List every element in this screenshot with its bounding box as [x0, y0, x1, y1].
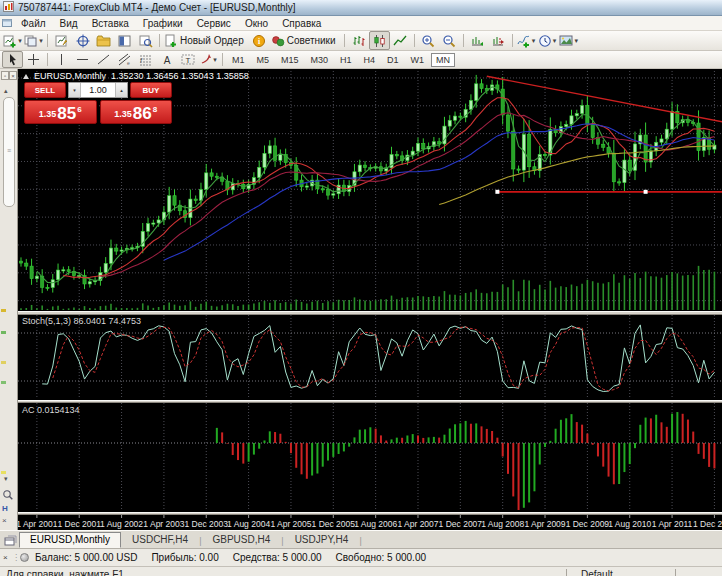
label-button[interactable]: T	[177, 51, 198, 68]
terminal-status-bar: × ⋮ Баланс: 5 000.00 USD Прибыль: 0.00 С…	[0, 548, 722, 566]
profiles-button[interactable]: ▾	[23, 31, 44, 50]
tf-w1-button[interactable]: W1	[406, 53, 430, 67]
svg-text:1 Aug 2010: 1 Aug 2010	[608, 519, 651, 529]
terminal-close-icon[interactable]: ×	[3, 553, 12, 562]
data-window-button[interactable]	[72, 31, 93, 50]
buy-button[interactable]: BUY	[130, 82, 172, 98]
buy-price-point: 8	[153, 106, 157, 114]
zoom-in-button[interactable]	[418, 31, 439, 50]
line-chart-mode-button[interactable]	[390, 31, 411, 50]
tf-d1-button[interactable]: D1	[382, 53, 404, 67]
chart-ohlc-values: 1.35230 1.36456 1.35043 1.35858	[111, 71, 249, 81]
tab-gbpusd-h4[interactable]: GBPUSD,H4	[202, 532, 282, 548]
menu-insert[interactable]: Вставка	[85, 18, 136, 29]
dock-close-icon[interactable]: ×	[9, 71, 17, 80]
menu-service[interactable]: Сервис	[190, 18, 238, 29]
chart-symbol: EURUSD,Monthly	[34, 71, 106, 81]
sell-button[interactable]: SELL	[24, 82, 66, 98]
one-click-trading-widget: SELL ▾ 1.00 ▴ BUY 1.35 85 6 1.35	[24, 82, 172, 124]
menu-charts[interactable]: Графики	[136, 18, 190, 29]
new-chart-button[interactable]: ▾	[2, 31, 23, 50]
buy-price-pips: 86	[133, 106, 152, 121]
dock-window-icon[interactable]: H	[2, 505, 8, 513]
templates-button[interactable]: ▾	[558, 31, 580, 50]
svg-text:1 Aug 2008: 1 Aug 2008	[481, 519, 524, 529]
tf-m5-button[interactable]: M5	[252, 53, 275, 67]
navigator-button[interactable]	[93, 31, 114, 50]
buy-price-button[interactable]: 1.35 86 8	[100, 100, 173, 124]
menu-help[interactable]: Справка	[275, 18, 328, 29]
tab-usdjpy-h4[interactable]: USDJPY,H4	[284, 532, 360, 548]
cursor-button[interactable]	[2, 51, 23, 68]
autoscroll-button[interactable]	[467, 31, 488, 50]
toolbar-separator	[344, 34, 345, 47]
tf-m30-button[interactable]: M30	[306, 53, 334, 67]
menu-file[interactable]: Файл	[14, 18, 53, 29]
new-order-button[interactable]: Новый Ордер	[163, 31, 249, 50]
chart-canvas[interactable]: 1 Apr 20011 Dec 20011 Aug 20021 Apr 2003…	[18, 69, 722, 530]
sell-price-prefix: 1.35	[39, 108, 57, 121]
terminal-button[interactable]	[114, 31, 135, 50]
sell-price-button[interactable]: 1.35 85 6	[24, 100, 97, 124]
periods-button[interactable]: ▾	[537, 31, 558, 50]
chart-shift-button[interactable]	[488, 31, 509, 50]
bar-chart-mode-button[interactable]	[348, 31, 369, 50]
shapes-button[interactable]: ▾	[198, 51, 219, 68]
volume-down-button[interactable]: ▾	[69, 83, 81, 97]
system-menu-icon[interactable]	[0, 18, 14, 28]
tester-button[interactable]	[135, 31, 156, 50]
experts-button[interactable]: Советники	[270, 31, 341, 50]
title-bar: 750787441: ForexClub MT4 - Демо Счет - […	[0, 0, 722, 16]
volume-value[interactable]: 1.00	[81, 83, 115, 97]
market-watch-button[interactable]	[51, 31, 72, 50]
chart-window[interactable]: 1 Apr 20011 Dec 20011 Aug 20021 Apr 2003…	[18, 69, 722, 530]
menu-window[interactable]: Окно	[238, 18, 275, 29]
experts-label: Советники	[285, 35, 340, 46]
scroll-up-icon[interactable]: ▴	[4, 87, 8, 94]
magnifier-icon[interactable]	[2, 489, 14, 503]
tf-h4-button[interactable]: H4	[359, 53, 381, 67]
tab-usdchf-h4[interactable]: USDCHF,H4	[121, 532, 199, 548]
tf-m1-button[interactable]: M1	[227, 53, 250, 67]
caret-down-icon: ▾	[575, 37, 579, 44]
svg-text:1 Apr 2007: 1 Apr 2007	[397, 519, 438, 529]
svg-text:1 Dec 2005: 1 Dec 2005	[312, 519, 356, 529]
dock-close2-icon[interactable]: ×	[2, 517, 7, 525]
hline-button[interactable]	[72, 51, 93, 68]
tab-eurusd-monthly[interactable]: EURUSD,Monthly	[19, 532, 121, 548]
vline-button[interactable]	[51, 51, 72, 68]
crosshair-button[interactable]	[23, 51, 44, 68]
dock-restore-icon[interactable]: ▫	[1, 71, 9, 80]
svg-text:1 Aug 2006: 1 Aug 2006	[354, 519, 397, 529]
object-mark	[1, 331, 6, 334]
channel-button[interactable]: e	[114, 51, 135, 68]
zoom-out-button[interactable]	[439, 31, 460, 50]
svg-text:1 Apr 2011: 1 Apr 2011	[652, 519, 693, 529]
scroll-down-icon[interactable]: ▾	[4, 475, 8, 482]
text-button[interactable]: A	[156, 51, 177, 68]
candlestick-mode-button[interactable]	[369, 31, 390, 50]
connection-status-icon	[20, 553, 29, 562]
metaeditor-button[interactable]: i	[249, 31, 270, 50]
fibonacci-button[interactable]: f	[135, 51, 156, 68]
volume-spinner: ▾ 1.00 ▴	[68, 82, 128, 98]
free-margin-value: Свободно: 5 000.00	[336, 552, 426, 563]
tf-mn-button[interactable]: MN	[431, 53, 455, 67]
help-status-bar: Для справки, нажмите F1 Default	[0, 566, 722, 576]
tab-separator: |	[359, 536, 361, 548]
menu-view[interactable]: Вид	[53, 18, 85, 29]
toolbar-separator	[159, 34, 160, 47]
trendline-button[interactable]	[93, 51, 114, 68]
toolbar-line-studies: e f A T ▾ M1 M5 M15 M30 H1 H4 D1 W1 MN	[0, 51, 722, 69]
object-mark	[1, 361, 6, 364]
profile-name[interactable]: Default	[567, 569, 675, 576]
indicators-button[interactable]: ▾	[516, 31, 537, 50]
tf-h1-button[interactable]: H1	[335, 53, 357, 67]
volume-up-button[interactable]: ▴	[115, 83, 127, 97]
svg-text:e: e	[127, 60, 130, 66]
sell-price-pips: 85	[57, 106, 76, 121]
object-mark	[1, 309, 6, 312]
window-restore-icon[interactable]	[1, 534, 19, 548]
scrollbar-grip-icon: ≡	[7, 147, 11, 154]
tf-m15-button[interactable]: M15	[276, 53, 304, 67]
